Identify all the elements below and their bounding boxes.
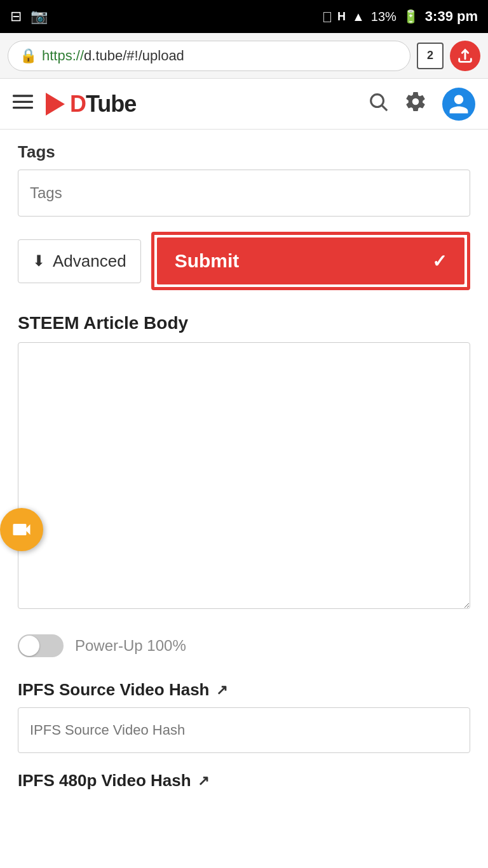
status-bar: ⊟ 📷 ⎕ H ▲ 13% 🔋 3:39 pm (0, 0, 488, 33)
cast-icon: ⎕ (323, 10, 331, 24)
ipfs-source-label-text: IPFS Source Video Hash (18, 680, 210, 700)
power-up-label: Power-Up 100% (75, 637, 186, 655)
floating-camera-button[interactable] (0, 508, 43, 551)
browser-tab-button[interactable]: 2 (417, 43, 444, 69)
main-content: Tags ⬇ Advanced Submit ✓ STEEM Article B… (0, 130, 488, 821)
lock-icon: 🔒 (20, 48, 37, 64)
url-bar[interactable]: 🔒 https://d.tube/#!/upload (8, 41, 410, 71)
header-icons (367, 88, 475, 121)
advanced-label: Advanced (53, 251, 126, 271)
tags-label: Tags (18, 142, 470, 162)
ipfs-source-section: IPFS Source Video Hash ↗ (18, 680, 470, 753)
svg-rect-2 (13, 107, 33, 109)
signal-bars-icon: ▲ (352, 10, 365, 24)
svg-rect-1 (13, 101, 33, 103)
logo-play-icon (46, 93, 65, 116)
url-domain: d.tube/#!/upload (84, 48, 184, 63)
power-up-row: Power-Up 100% (18, 629, 470, 662)
status-time: 3:39 pm (425, 8, 478, 25)
toggle-thumb (19, 636, 39, 656)
status-bar-left: ⊟ 📷 (10, 8, 48, 25)
ipfs-480-label-text: IPFS 480p Video Hash (18, 771, 191, 791)
ipfs-480-external-link-icon[interactable]: ↗ (198, 773, 209, 789)
svg-rect-0 (13, 95, 33, 97)
settings-icon[interactable] (404, 90, 427, 117)
steem-label: STEEM Article Body (18, 313, 470, 333)
ipfs-source-input[interactable] (18, 707, 470, 753)
arrow-down-icon: ⬇ (32, 252, 45, 270)
submit-highlight-box: Submit ✓ (151, 232, 470, 290)
upload-icon (456, 47, 474, 65)
signal-h-icon: H (337, 10, 346, 23)
browser-bar: 🔒 https://d.tube/#!/upload 2 (0, 33, 488, 79)
status-bar-right: ⎕ H ▲ 13% 🔋 3:39 pm (323, 8, 478, 25)
steem-section: STEEM Article Body (18, 313, 470, 611)
battery-percent: 13% (371, 10, 396, 24)
external-link-icon[interactable]: ↗ (216, 682, 227, 698)
svg-point-3 (371, 95, 384, 107)
app-header: DTube (0, 79, 488, 130)
hamburger-button[interactable] (13, 91, 33, 116)
ipfs-480-section: IPFS 480p Video Hash ↗ (18, 771, 470, 791)
avatar[interactable] (442, 88, 475, 121)
search-icon[interactable] (367, 91, 389, 117)
logo: DTube (46, 91, 355, 117)
whatsapp-icon: ⊟ (10, 8, 22, 25)
submit-button[interactable]: Submit ✓ (157, 237, 464, 284)
tab-count: 2 (427, 49, 433, 62)
url-text: https://d.tube/#!/upload (42, 48, 184, 64)
check-icon: ✓ (432, 251, 447, 272)
power-up-toggle[interactable] (18, 634, 64, 657)
logo-text: DTube (70, 91, 136, 117)
battery-icon: 🔋 (403, 9, 419, 24)
url-protocol: https:// (42, 48, 84, 63)
submit-label: Submit (175, 250, 240, 272)
camera-icon (10, 518, 33, 541)
steem-textarea[interactable] (18, 342, 470, 609)
advanced-button[interactable]: ⬇ Advanced (18, 239, 141, 283)
browser-upload-button[interactable] (450, 41, 480, 71)
svg-line-4 (382, 105, 387, 110)
tags-input[interactable] (18, 170, 470, 217)
video-camera-icon: 📷 (30, 8, 48, 25)
action-row: ⬇ Advanced Submit ✓ (18, 232, 470, 290)
ipfs-source-label: IPFS Source Video Hash ↗ (18, 680, 470, 700)
ipfs-480-label: IPFS 480p Video Hash ↗ (18, 771, 470, 791)
